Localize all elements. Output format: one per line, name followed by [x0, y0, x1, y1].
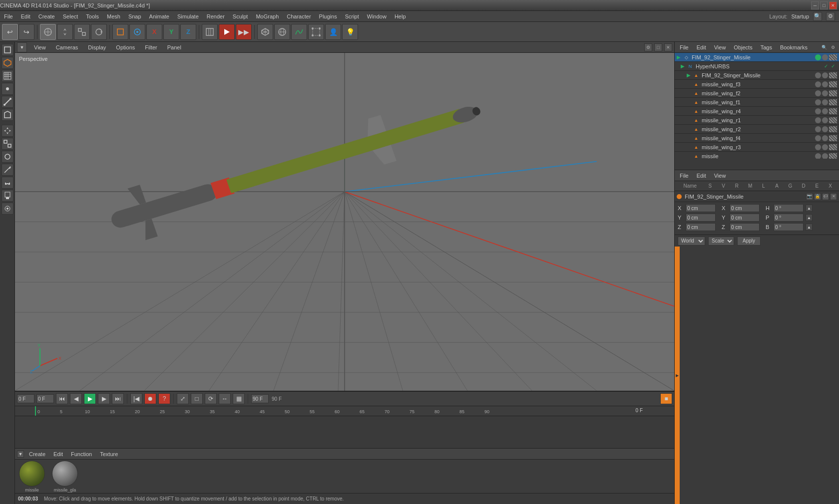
om-tags[interactable]: Tags: [758, 43, 775, 51]
om-wr3-vis[interactable]: [815, 144, 821, 150]
om-wf2-ren[interactable]: [822, 90, 828, 96]
p-input[interactable]: [774, 214, 804, 222]
om-wf4-vis[interactable]: [815, 135, 821, 141]
next-frame-button[interactable]: ▶: [98, 393, 110, 404]
om-item-wingf3[interactable]: ▲ missile_wing_f3: [675, 80, 839, 89]
mat-function[interactable]: Function: [68, 450, 95, 458]
current-frame-input[interactable]: [36, 394, 54, 403]
menu-edit[interactable]: Edit: [17, 12, 34, 20]
point-mode[interactable]: [1, 83, 13, 95]
om-wf4-tex[interactable]: [829, 135, 837, 141]
om-wf3-ren[interactable]: [822, 81, 828, 87]
mat-toggle[interactable]: ▼: [17, 451, 24, 458]
dope-sheet-button[interactable]: ▦: [233, 393, 245, 404]
menu-snap[interactable]: Snap: [124, 12, 145, 20]
om-texture-btn[interactable]: [829, 54, 837, 60]
loop-button[interactable]: ⟳: [205, 393, 217, 404]
om-wf2-vis[interactable]: [815, 90, 821, 96]
x-spinner[interactable]: ▲: [806, 205, 813, 212]
menu-plugins[interactable]: Plugins: [315, 12, 341, 20]
material-glass[interactable]: missile_gla: [50, 461, 80, 493]
model-mode[interactable]: [1, 44, 13, 56]
om-wr1-vis[interactable]: [815, 117, 821, 123]
object-mode[interactable]: [1, 57, 13, 69]
h-input[interactable]: [774, 204, 804, 212]
attr-item-row[interactable]: FIM_92_Stinger_Missile 📷 🔒 🏷 ✕: [675, 191, 839, 202]
om-wr2-tex[interactable]: [829, 126, 837, 132]
object-button[interactable]: [112, 24, 128, 40]
om-wr3-tex[interactable]: [829, 144, 837, 150]
edge-mode[interactable]: [1, 96, 13, 108]
zaxis-button[interactable]: Z: [180, 24, 196, 40]
right-edge-tab[interactable]: ▶: [675, 247, 680, 504]
menu-mograph[interactable]: MoGraph: [252, 12, 283, 20]
vp-menu-view[interactable]: View: [31, 43, 49, 51]
3d-viewport[interactable]: Perspective: [15, 53, 674, 391]
first-frame-button[interactable]: |◀: [130, 393, 142, 404]
om-item-root[interactable]: ▶ ◇ FIM_92_Stinger_Missile: [675, 53, 839, 62]
om-wr4-tex[interactable]: [829, 108, 837, 114]
x-rot-input[interactable]: [730, 204, 760, 212]
apply-button[interactable]: Apply: [737, 237, 761, 246]
settings-icon[interactable]: ⚙: [826, 12, 835, 21]
om-render-btn[interactable]: [822, 54, 828, 60]
paint-tool[interactable]: [1, 203, 13, 215]
om-nurbs-check[interactable]: ✓: [824, 63, 830, 69]
menu-window[interactable]: Window: [363, 12, 391, 20]
vp-menu-display[interactable]: Display: [85, 43, 109, 51]
texture-mode[interactable]: [1, 70, 13, 82]
minimize-button[interactable]: ─: [811, 1, 819, 9]
y-spinner[interactable]: ▲: [806, 214, 813, 221]
om-wr4-ren[interactable]: [822, 108, 828, 114]
om-expand-fim[interactable]: ▶: [687, 72, 691, 78]
magnet-tool[interactable]: [1, 177, 13, 189]
om-ms-ren[interactable]: [822, 153, 828, 159]
menu-render[interactable]: Render: [203, 12, 229, 20]
scale-select[interactable]: Scale: [708, 237, 734, 246]
om-ms-vis[interactable]: [815, 153, 821, 159]
vp-menu-panel[interactable]: Panel: [164, 43, 184, 51]
polygon-mode[interactable]: [1, 109, 13, 121]
om-wr2-vis[interactable]: [815, 126, 821, 132]
scale-tool[interactable]: [74, 24, 90, 40]
om-wr1-tex[interactable]: [829, 117, 837, 123]
menu-help[interactable]: Help: [391, 12, 410, 20]
om-item-wingr4[interactable]: ▲ missile_wing_r4: [675, 107, 839, 116]
timeline-ruler[interactable]: 0 5 10 15 20 25 30 35 40 45 50 55 60 65 …: [15, 406, 674, 416]
bounce-button[interactable]: ↔: [219, 393, 231, 404]
prev-keyframe-button[interactable]: ⏮: [56, 393, 68, 404]
move-icon[interactable]: [1, 125, 13, 137]
menu-sculpt[interactable]: Sculpt: [229, 12, 252, 20]
record-button[interactable]: ⏺: [144, 393, 156, 404]
om-item-wingr3[interactable]: ▲ missile_wing_r3: [675, 143, 839, 152]
om-file[interactable]: File: [677, 43, 692, 51]
om-wf1-tex[interactable]: [829, 99, 837, 105]
om-item-wingf1[interactable]: ▲ missile_wing_f1: [675, 98, 839, 107]
om-edit[interactable]: Edit: [694, 43, 709, 51]
move-tool[interactable]: [57, 24, 73, 40]
om-ms-tex[interactable]: [829, 153, 837, 159]
yaxis-button[interactable]: Y: [163, 24, 179, 40]
om-wf1-ren[interactable]: [822, 99, 828, 105]
y-pos-input[interactable]: [686, 214, 716, 222]
y-rot-input[interactable]: [730, 214, 760, 222]
vp-menu-cameras[interactable]: Cameras: [53, 43, 81, 51]
z-spinner[interactable]: ▲: [806, 224, 813, 231]
xaxis-button[interactable]: X: [146, 24, 162, 40]
render-button[interactable]: [219, 24, 235, 40]
om-item-wingf4[interactable]: ▲ missile_wing_f4: [675, 134, 839, 143]
viewport-toggle[interactable]: ▼: [17, 42, 27, 52]
om-wf2-tex[interactable]: [829, 90, 837, 96]
play-button[interactable]: ▶: [84, 393, 96, 404]
fps-input[interactable]: [251, 394, 269, 403]
ffd-button[interactable]: [308, 24, 324, 40]
start-frame-input[interactable]: [17, 394, 34, 403]
mat-texture[interactable]: Texture: [97, 450, 121, 458]
om-item-wingf2[interactable]: ▲ missile_wing_f2: [675, 89, 839, 98]
scale-icon[interactable]: [1, 138, 13, 150]
om-nurbs-check2[interactable]: ✓: [831, 63, 837, 69]
om-item-wingr2[interactable]: ▲ missile_wing_r2: [675, 125, 839, 134]
cube-button[interactable]: [257, 24, 273, 40]
next-keyframe-button[interactable]: ⏭: [112, 393, 124, 404]
texture-button[interactable]: [129, 24, 145, 40]
